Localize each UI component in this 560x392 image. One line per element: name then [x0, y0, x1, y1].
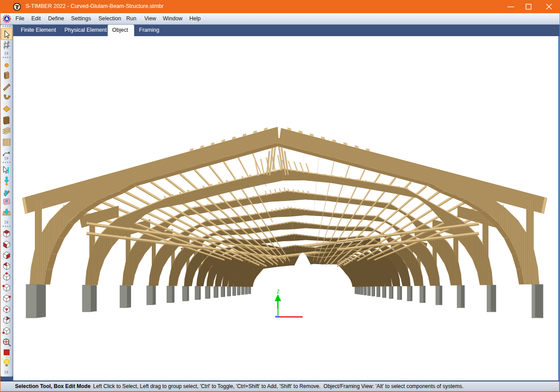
svg-text:Z: Z — [277, 289, 280, 294]
